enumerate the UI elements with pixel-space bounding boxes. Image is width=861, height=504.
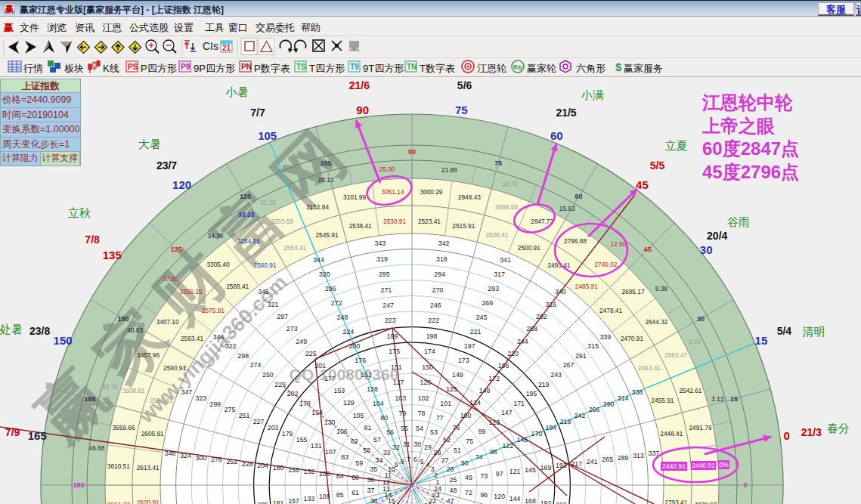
svg-text:130: 130: [324, 419, 336, 426]
svg-text:2613.41: 2613.41: [137, 464, 160, 472]
svg-text:103: 103: [395, 394, 406, 402]
svg-text:82: 82: [351, 438, 358, 445]
svg-text:225: 225: [305, 350, 317, 357]
svg-text:124: 124: [469, 399, 481, 407]
svg-text:341: 341: [500, 256, 511, 264]
svg-text:245: 245: [476, 314, 488, 321]
svg-text:265: 265: [602, 456, 613, 463]
svg-text:2620.91: 2620.91: [137, 499, 160, 504]
svg-text:2508.41: 2508.41: [486, 231, 509, 239]
svg-text:176: 176: [355, 357, 366, 364]
svg-text:61: 61: [352, 489, 359, 496]
svg-text:小满: 小满: [581, 88, 604, 101]
svg-text:90: 90: [356, 104, 369, 116]
svg-text:46.88: 46.88: [89, 444, 105, 452]
svg-text:23/8: 23/8: [29, 325, 50, 337]
svg-text:4: 4: [426, 461, 429, 468]
svg-text:0%: 0%: [719, 461, 729, 468]
svg-text:3457.96: 3457.96: [137, 351, 160, 359]
svg-text:21: 21: [222, 44, 231, 52]
svg-text:272: 272: [331, 299, 342, 307]
svg-text:98: 98: [490, 448, 497, 456]
svg-text:2644.32: 2644.32: [645, 318, 667, 326]
svg-text:270: 270: [432, 286, 444, 294]
svg-text:37.50: 37.50: [163, 275, 178, 283]
svg-text:2440.91: 2440.91: [692, 462, 715, 469]
svg-text:40.63: 40.63: [127, 326, 143, 334]
svg-text:156: 156: [288, 466, 299, 474]
svg-text:2523.41: 2523.41: [418, 218, 441, 225]
svg-text:2455.91: 2455.91: [651, 397, 674, 404]
svg-text:2538.41: 2538.41: [349, 222, 372, 230]
svg-text:178: 178: [299, 400, 311, 407]
svg-text:2695.17: 2695.17: [622, 288, 645, 295]
svg-text:266: 266: [589, 406, 600, 413]
svg-text:252: 252: [226, 458, 237, 465]
svg-text:30: 30: [413, 441, 421, 448]
svg-text:73: 73: [480, 472, 488, 480]
svg-text:109: 109: [319, 493, 330, 500]
svg-text:立夏: 立夏: [665, 139, 688, 152]
svg-text:319: 319: [376, 255, 388, 263]
svg-text:205: 205: [257, 501, 268, 504]
svg-text:224: 224: [343, 328, 355, 335]
svg-text:2440.91: 2440.91: [662, 462, 686, 470]
svg-text:33.33: 33.33: [238, 211, 255, 218]
svg-text:31.25: 31.25: [260, 199, 276, 206]
svg-text:2796.88: 2796.88: [564, 237, 587, 245]
svg-text:297: 297: [277, 313, 288, 320]
svg-text:314: 314: [618, 394, 629, 402]
svg-text:90: 90: [408, 148, 416, 156]
svg-text:101: 101: [440, 400, 451, 407]
svg-text:28.13: 28.13: [318, 176, 334, 184]
svg-text:339: 339: [600, 333, 612, 341]
svg-text:342: 342: [438, 240, 450, 247]
svg-text:133: 133: [304, 495, 315, 502]
svg-text:PN: PN: [241, 63, 252, 71]
svg-text:36: 36: [367, 476, 375, 484]
svg-text:60: 60: [352, 474, 359, 481]
svg-text:清明: 清明: [803, 325, 825, 338]
svg-text:147: 147: [501, 409, 513, 416]
svg-text:121: 121: [509, 468, 521, 475]
svg-text:25.00: 25.00: [379, 165, 395, 173]
svg-text:316: 316: [546, 301, 557, 308]
svg-text:60: 60: [575, 193, 582, 200]
svg-text:5: 5: [420, 458, 424, 465]
svg-text:180: 180: [73, 481, 84, 489]
svg-text:108: 108: [319, 470, 330, 478]
svg-text:204: 204: [257, 462, 268, 469]
svg-text:348: 348: [165, 450, 176, 457]
svg-text:26: 26: [447, 465, 454, 473]
svg-text:322: 322: [225, 342, 237, 350]
svg-text:120: 120: [494, 493, 505, 500]
svg-text:125: 125: [446, 385, 457, 393]
svg-text:2598.41: 2598.41: [150, 397, 173, 404]
svg-text:PS: PS: [128, 63, 138, 71]
svg-text:0: 0: [784, 429, 790, 442]
svg-text:2793.41: 2793.41: [664, 499, 687, 504]
svg-text:54: 54: [416, 425, 423, 432]
svg-text:222: 222: [428, 317, 439, 324]
svg-text:251: 251: [239, 412, 250, 419]
svg-text:220: 220: [507, 350, 519, 357]
svg-text:172: 172: [488, 375, 500, 382]
svg-text:150: 150: [54, 334, 73, 347]
svg-text:47: 47: [447, 497, 454, 504]
svg-text:144: 144: [509, 495, 521, 502]
svg-text:21/5: 21/5: [556, 107, 576, 119]
svg-text:157: 157: [288, 497, 299, 504]
svg-text:21/3: 21/3: [801, 426, 822, 438]
svg-text:43.75: 43.75: [102, 383, 118, 391]
svg-text:275: 275: [225, 406, 236, 413]
svg-text:228: 228: [242, 460, 253, 468]
svg-text:23: 23: [432, 491, 440, 499]
svg-text:6.25: 6.25: [689, 338, 701, 345]
svg-text:149: 149: [452, 371, 463, 379]
svg-text:2553.41: 2553.41: [283, 244, 306, 252]
svg-text:立秋: 立秋: [68, 206, 91, 219]
svg-text:3.13: 3.13: [711, 395, 724, 403]
svg-text:50: 50: [461, 459, 469, 467]
svg-text:216: 216: [556, 501, 567, 504]
svg-text:3305.40: 3305.40: [207, 261, 230, 268]
